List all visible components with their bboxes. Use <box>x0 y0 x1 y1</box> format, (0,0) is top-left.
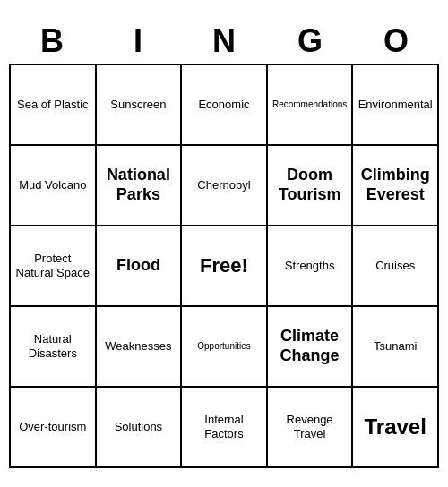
bingo-cell: Sunscreen <box>97 65 183 146</box>
bingo-card: BINGO Sea of PlasticSunscreenEconomicRec… <box>9 19 439 468</box>
bingo-cell: Strengths <box>268 226 354 307</box>
bingo-cell: Revenge Travel <box>268 388 354 468</box>
header-letter: G <box>267 19 353 64</box>
bingo-cell: Free! <box>182 226 268 307</box>
header-letter: O <box>353 19 439 64</box>
header-letter: N <box>181 19 267 64</box>
bingo-cell: Solutions <box>97 388 183 468</box>
header-letter: I <box>95 19 181 64</box>
bingo-cell: Weaknesses <box>97 307 183 388</box>
bingo-cell: Economic <box>182 65 268 146</box>
bingo-cell: Over-tourism <box>11 388 97 468</box>
bingo-cell: Tsunami <box>353 307 439 388</box>
bingo-cell: Environmental <box>353 65 439 146</box>
bingo-cell: Mud Volcano <box>11 146 97 226</box>
bingo-cell: National Parks <box>97 146 183 226</box>
bingo-cell: Flood <box>97 226 183 307</box>
bingo-cell: Cruises <box>353 226 439 307</box>
header-letter: B <box>9 19 95 64</box>
bingo-cell: Travel <box>353 388 439 468</box>
bingo-cell: Natural Disasters <box>11 307 97 388</box>
bingo-cell: Recommendations <box>268 65 354 146</box>
bingo-cell: Climbing Everest <box>353 146 439 226</box>
bingo-cell: Climate Change <box>268 307 354 388</box>
bingo-cell: Doom Tourism <box>268 146 354 226</box>
bingo-grid: Sea of PlasticSunscreenEconomicRecommend… <box>9 64 439 468</box>
bingo-cell: Internal Factors <box>182 388 268 468</box>
bingo-cell: Chernobyl <box>182 146 268 226</box>
bingo-cell: Opportunities <box>182 307 268 388</box>
bingo-cell: Sea of Plastic <box>11 65 97 146</box>
bingo-cell: Protect Natural Space <box>11 226 97 307</box>
bingo-header: BINGO <box>9 19 439 64</box>
